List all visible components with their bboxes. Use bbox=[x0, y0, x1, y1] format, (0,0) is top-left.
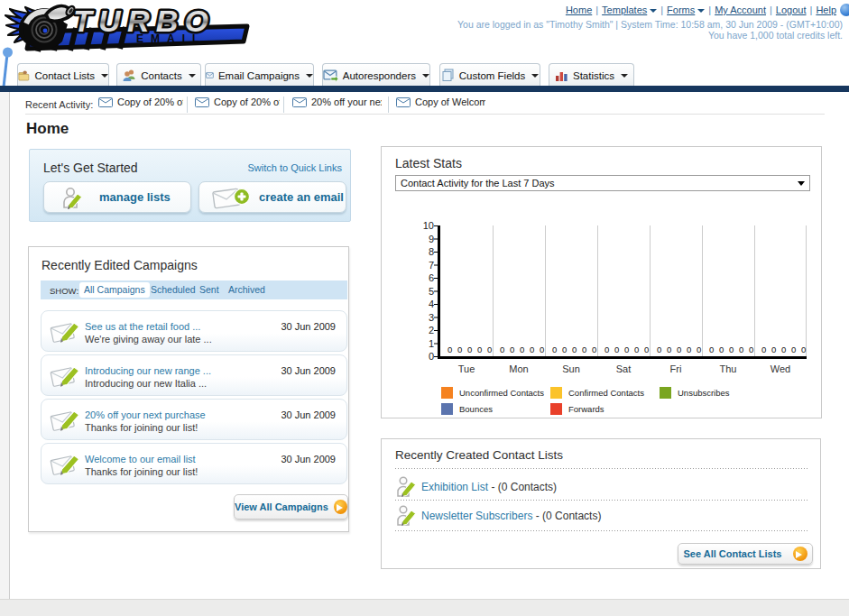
svg-text:0: 0 bbox=[719, 345, 724, 354]
svg-text:Confirmed Contacts: Confirmed Contacts bbox=[568, 388, 644, 398]
svg-text:10: 10 bbox=[423, 220, 434, 231]
svg-text:0: 0 bbox=[697, 345, 701, 354]
svg-text:0: 0 bbox=[801, 345, 806, 354]
svg-text:Thu: Thu bbox=[720, 363, 737, 374]
svg-text:Sun: Sun bbox=[562, 363, 580, 374]
svg-text:0: 0 bbox=[562, 345, 567, 354]
svg-text:0: 0 bbox=[604, 345, 609, 354]
svg-text:0: 0 bbox=[709, 345, 714, 354]
svg-text:0: 0 bbox=[644, 345, 649, 354]
svg-text:0: 0 bbox=[530, 345, 534, 354]
svg-text:Wed: Wed bbox=[771, 363, 790, 374]
svg-text:0: 0 bbox=[429, 351, 434, 362]
svg-text:0: 0 bbox=[448, 345, 452, 354]
svg-text:9: 9 bbox=[429, 234, 434, 244]
svg-text:Fri: Fri bbox=[670, 363, 682, 374]
svg-text:0: 0 bbox=[667, 345, 671, 354]
svg-text:5: 5 bbox=[429, 286, 434, 297]
svg-text:Unsubscribes: Unsubscribes bbox=[678, 388, 730, 398]
svg-text:0: 0 bbox=[634, 345, 639, 354]
svg-text:7: 7 bbox=[429, 260, 434, 271]
svg-text:0: 0 bbox=[457, 345, 462, 354]
svg-text:0: 0 bbox=[781, 345, 786, 354]
svg-text:0: 0 bbox=[467, 345, 472, 354]
svg-text:0: 0 bbox=[500, 345, 504, 354]
svg-text:Bounces: Bounces bbox=[459, 404, 493, 414]
svg-text:0: 0 bbox=[510, 345, 514, 354]
svg-text:Unconfirmed Contacts: Unconfirmed Contacts bbox=[459, 388, 544, 398]
svg-text:0: 0 bbox=[614, 345, 619, 354]
svg-text:0: 0 bbox=[771, 345, 776, 354]
svg-text:0: 0 bbox=[487, 345, 492, 354]
svg-text:0: 0 bbox=[677, 345, 681, 354]
svg-text:0: 0 bbox=[540, 345, 544, 354]
svg-text:0: 0 bbox=[729, 345, 734, 354]
svg-text:0: 0 bbox=[582, 345, 586, 354]
svg-text:8: 8 bbox=[429, 246, 434, 257]
svg-text:0: 0 bbox=[761, 345, 766, 354]
svg-text:4: 4 bbox=[429, 299, 434, 309]
svg-text:0: 0 bbox=[520, 345, 524, 354]
svg-text:1: 1 bbox=[429, 338, 434, 349]
svg-text:0: 0 bbox=[572, 345, 577, 354]
svg-text:0: 0 bbox=[477, 345, 482, 354]
svg-text:0: 0 bbox=[791, 345, 796, 354]
svg-text:Forwards: Forwards bbox=[568, 404, 604, 414]
svg-text:0: 0 bbox=[687, 345, 691, 354]
svg-text:0: 0 bbox=[749, 345, 753, 354]
svg-text:0: 0 bbox=[657, 345, 661, 354]
svg-text:3: 3 bbox=[429, 312, 434, 323]
svg-text:0: 0 bbox=[552, 345, 557, 354]
svg-text:0: 0 bbox=[592, 345, 596, 354]
svg-text:Sat: Sat bbox=[616, 363, 632, 374]
svg-text:Mon: Mon bbox=[509, 363, 528, 374]
svg-text:Tue: Tue bbox=[458, 363, 475, 374]
svg-text:0: 0 bbox=[739, 345, 743, 354]
svg-text:6: 6 bbox=[429, 272, 434, 283]
svg-text:0: 0 bbox=[624, 345, 629, 354]
svg-text:2: 2 bbox=[429, 325, 434, 336]
